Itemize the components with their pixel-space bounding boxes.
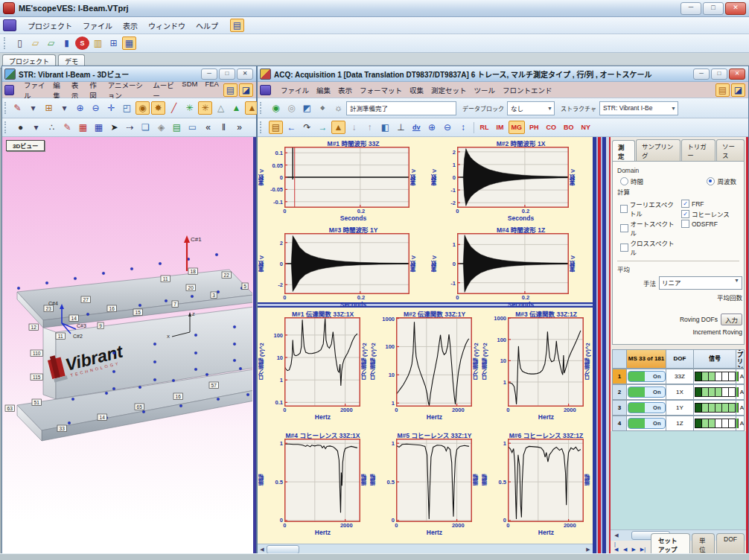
spotlight-icon[interactable]: ✸: [151, 101, 165, 115]
str-close-button[interactable]: ✕: [237, 69, 253, 80]
wireframe-surface-icon[interactable]: △: [214, 101, 228, 115]
format-imaginary-button[interactable]: IM: [494, 121, 507, 134]
channel-on-toggle[interactable]: On: [628, 371, 666, 382]
structure-select[interactable]: STR: Vibrant I-Be▼: [599, 101, 678, 115]
vertical-cursor-icon[interactable]: ⊥: [394, 121, 408, 134]
filled-surface-icon[interactable]: ▲: [229, 101, 243, 115]
dock-window-icon[interactable]: ▤: [715, 83, 730, 97]
bottom-tab-DOF[interactable]: DOF: [716, 533, 745, 555]
measurement-point-dot[interactable]: [112, 370, 115, 373]
measurement-point-dot[interactable]: [153, 343, 156, 346]
plot-canvas[interactable]: 00.2: [284, 147, 409, 208]
menu-item[interactable]: 表示: [118, 18, 143, 34]
node-points-icon[interactable]: ✳: [182, 101, 197, 115]
front-end-scope-icon[interactable]: ◩: [300, 101, 314, 115]
measurement-point-dot[interactable]: [105, 392, 108, 395]
open-project-icon[interactable]: ▱: [28, 36, 42, 50]
plot-canvas[interactable]: 00.2: [457, 147, 569, 208]
coupling-cell[interactable]: A: [736, 419, 744, 428]
import-file-icon[interactable]: ▱: [44, 36, 58, 50]
format-nyquist-button[interactable]: NY: [579, 121, 594, 134]
x-zoom-out-icon[interactable]: ⊖: [441, 121, 455, 134]
float-window-icon[interactable]: ◪: [731, 83, 745, 97]
measurement-point-dot[interactable]: [112, 387, 115, 390]
radio-時間[interactable]: [620, 177, 628, 185]
plot-canvas[interactable]: 02000: [396, 439, 472, 522]
measurement-point-dot[interactable]: [239, 367, 242, 370]
save-project-icon[interactable]: ▮: [60, 36, 74, 50]
measurement-point-dot[interactable]: [165, 299, 168, 302]
center-origin-icon[interactable]: ◉: [136, 101, 150, 115]
checkbox-クロススペクトル[interactable]: [620, 244, 628, 252]
vertical-splitter[interactable]: [593, 137, 609, 555]
close-button[interactable]: ✕: [725, 2, 746, 15]
measurement-point-dot[interactable]: [194, 334, 197, 337]
3d-view[interactable]: 3Dビュー VibrantTECHNOLOGYC#1C#4C#3C#2ZX181…: [2, 137, 256, 555]
coupling-cell[interactable]: A: [736, 372, 744, 381]
channel-on-toggle[interactable]: On: [628, 418, 666, 429]
cube-display-icon[interactable]: ◧: [378, 121, 392, 134]
overlay-traces-icon[interactable]: ▲: [331, 121, 345, 134]
checkbox-ODSFRF[interactable]: [681, 220, 689, 228]
measurement-point-dot[interactable]: [142, 410, 145, 413]
paint-model-icon[interactable]: ✎: [60, 121, 74, 134]
toolbar-grip[interactable]: [260, 121, 264, 133]
step-back-icon[interactable]: «: [201, 121, 215, 134]
x-zoom-in-icon[interactable]: ⊕: [425, 121, 439, 134]
toolbar-grip[interactable]: [4, 121, 9, 133]
format-bode-button[interactable]: BO: [561, 121, 577, 134]
dof-cell[interactable]: 1Z: [666, 416, 694, 431]
measurement-point-dot[interactable]: [172, 379, 175, 382]
copy-object-icon[interactable]: ❏: [138, 121, 153, 134]
scroll-left-icon[interactable]: ◀: [258, 547, 267, 553]
pan-icon[interactable]: ✛: [104, 101, 118, 115]
zoom-in-icon[interactable]: ⊕: [73, 101, 87, 115]
draw-tool-icon[interactable]: ✎: [10, 101, 25, 115]
tile-windows-icon[interactable]: ⊞: [106, 36, 121, 50]
quad-view-icon[interactable]: ⊞: [42, 101, 56, 115]
measurement-point-dot[interactable]: [138, 304, 141, 307]
blue-grid-icon[interactable]: ▦: [92, 121, 106, 134]
trace-cursor-icon[interactable]: ↷: [300, 121, 314, 134]
channel-row-1X[interactable]: 2On1XA: [612, 384, 745, 400]
channel-on-toggle[interactable]: On: [628, 386, 666, 398]
dof-cell[interactable]: 1Y: [666, 400, 694, 416]
measurement-point-dot[interactable]: [215, 253, 218, 256]
dof-cell[interactable]: 1X: [666, 384, 694, 400]
measurement-point-dot[interactable]: [233, 359, 236, 362]
dashed-select-icon[interactable]: ⇢: [123, 121, 137, 134]
rotate-view-icon[interactable]: ◰: [120, 101, 134, 115]
measurement-point-dot[interactable]: [112, 351, 115, 354]
acq-titlebar[interactable]: ACQ: Acquisition 1 [Data Translation DT9…: [258, 66, 748, 82]
measurement-point-dot[interactable]: [153, 360, 156, 363]
zoom-out-icon[interactable]: ⊖: [89, 101, 103, 115]
menu-item[interactable]: ウィンドウ: [143, 18, 191, 34]
measurement-point-dot[interactable]: [159, 262, 162, 265]
measurement-point-dot[interactable]: [71, 398, 74, 401]
dropdown-arrow-icon[interactable]: ▾: [29, 121, 43, 134]
menu-item[interactable]: プロジェクト: [22, 18, 77, 34]
measurement-point-dot[interactable]: [102, 272, 105, 275]
measurement-point-dot[interactable]: [68, 421, 71, 424]
pause-animation-icon[interactable]: ‖: [217, 121, 231, 134]
next-trace-icon[interactable]: →: [316, 121, 330, 134]
measurement-point-dot[interactable]: [86, 313, 89, 316]
acquisition-status-field[interactable]: 計測準備完了: [346, 101, 456, 115]
measurement-point-dot[interactable]: [217, 290, 220, 293]
menu-item[interactable]: ファイル: [277, 83, 313, 97]
dof-header[interactable]: DOF: [666, 349, 694, 369]
measurement-point-dot[interactable]: [179, 404, 182, 407]
acq-close-button[interactable]: ✕: [729, 69, 745, 80]
bottom-tab-セットアップ[interactable]: セットアップ: [651, 533, 690, 555]
animation-source-icon[interactable]: ▤: [170, 121, 184, 134]
plot-canvas[interactable]: 02000: [396, 317, 472, 407]
system-menu-icon[interactable]: [3, 19, 16, 31]
toolbar-grip[interactable]: [260, 102, 264, 114]
measurement-point-dot[interactable]: [74, 277, 77, 280]
average-method-select[interactable]: リニア▼: [659, 276, 742, 290]
step-forward-icon[interactable]: »: [232, 121, 246, 134]
checkbox-オートスペクトル[interactable]: [620, 224, 628, 232]
display-layout-icon[interactable]: ▤: [269, 121, 283, 134]
menu-item[interactable]: 編集: [313, 83, 334, 97]
radio-周波数[interactable]: [707, 177, 715, 185]
